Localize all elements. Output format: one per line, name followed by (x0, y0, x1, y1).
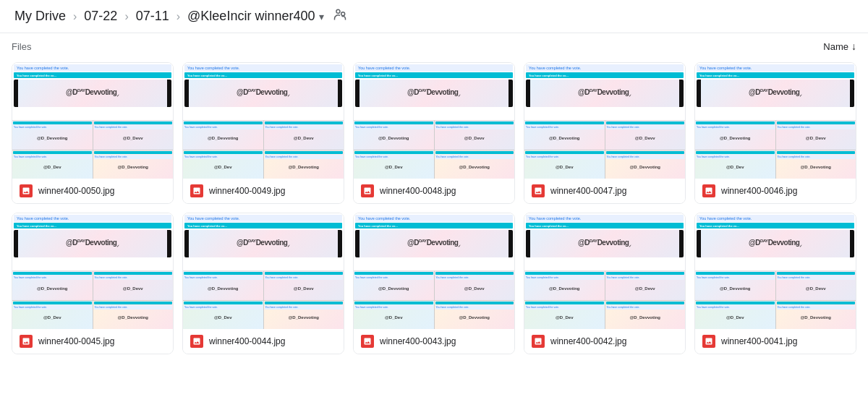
breadcrumb-sep-2: › (124, 10, 128, 23)
file-thumbnail: You have completed the vote.You have com… (524, 63, 685, 179)
file-name: winner400-0042.jpg (550, 336, 626, 346)
breadcrumb-current-label: @KleeIncir winner400 (184, 7, 318, 25)
sort-arrow-icon: ↓ (851, 40, 856, 52)
svg-point-0 (336, 9, 340, 13)
breadcrumb: My Drive › 07-22 › 07-11 › @KleeIncir wi… (0, 0, 868, 33)
file-name: winner400-0049.jpg (209, 186, 285, 196)
file-name: winner400-0044.jpg (209, 336, 285, 346)
file-card[interactable]: You have completed the vote.You have com… (182, 213, 344, 354)
file-card[interactable]: You have completed the vote.You have com… (694, 62, 856, 204)
file-card[interactable]: You have completed the vote.You have com… (182, 62, 344, 204)
file-info: winner400-0044.jpg (183, 329, 344, 354)
file-info: winner400-0042.jpg (524, 329, 685, 354)
file-info: winner400-0050.jpg (12, 179, 173, 203)
file-thumbnail: You have completed the vote.You have com… (354, 63, 514, 179)
file-thumbnail: You have completed the vote.You have com… (183, 63, 344, 179)
file-type-icon (702, 335, 715, 348)
file-type-icon (361, 184, 374, 197)
file-thumbnail: You have completed the vote.You have com… (183, 213, 344, 329)
file-thumbnail: You have completed the vote.You have com… (695, 63, 856, 179)
file-thumbnail: You have completed the vote.You have com… (695, 213, 856, 329)
file-name: winner400-0047.jpg (550, 186, 626, 196)
files-header: Files Name ↓ (0, 33, 868, 56)
file-info: winner400-0043.jpg (354, 329, 514, 354)
file-info: winner400-0046.jpg (695, 179, 856, 203)
file-thumbnail: You have completed the vote.You have com… (524, 213, 685, 329)
file-info: winner400-0048.jpg (354, 179, 514, 203)
shared-folder-icon[interactable] (333, 7, 347, 25)
file-thumbnail: You have completed the vote.You have com… (354, 213, 514, 329)
breadcrumb-sep-3: › (176, 10, 180, 23)
breadcrumb-07-22[interactable]: 07-22 (81, 7, 120, 25)
file-info: winner400-0049.jpg (183, 179, 344, 203)
sort-control[interactable]: Name ↓ (823, 40, 856, 52)
file-card[interactable]: You have completed the vote.You have com… (353, 62, 515, 204)
file-name: winner400-0048.jpg (380, 186, 456, 196)
file-type-icon (20, 335, 33, 348)
sort-label: Name (823, 41, 848, 52)
file-name: winner400-0045.jpg (38, 336, 114, 346)
file-name: winner400-0043.jpg (380, 336, 456, 346)
file-type-icon (702, 184, 715, 197)
file-card[interactable]: You have completed the vote.You have com… (353, 213, 515, 354)
file-thumbnail: You have completed the vote.You have com… (12, 63, 173, 179)
breadcrumb-07-11[interactable]: 07-11 (133, 7, 172, 25)
file-name: winner400-0041.jpg (721, 336, 797, 346)
files-grid: You have completed the vote.You have com… (0, 56, 868, 366)
breadcrumb-current-folder[interactable]: @KleeIncir winner400 ▾ (184, 7, 324, 25)
file-type-icon (190, 335, 203, 348)
file-info: winner400-0041.jpg (695, 329, 856, 354)
file-card[interactable]: You have completed the vote.You have com… (12, 213, 174, 354)
file-thumbnail: You have completed the vote.You have com… (12, 213, 173, 329)
file-type-icon (20, 184, 33, 197)
file-info: winner400-0045.jpg (12, 329, 173, 354)
file-type-icon (361, 335, 374, 348)
breadcrumb-my-drive[interactable]: My Drive (12, 7, 69, 25)
file-type-icon (532, 335, 545, 348)
file-card[interactable]: You have completed the vote.You have com… (524, 213, 686, 354)
dropdown-arrow-icon: ▾ (319, 11, 324, 22)
files-label: Files (12, 41, 31, 52)
file-card[interactable]: You have completed the vote.You have com… (12, 62, 174, 204)
file-name: winner400-0050.jpg (38, 186, 114, 196)
svg-point-1 (341, 12, 345, 16)
file-card[interactable]: You have completed the vote.You have com… (524, 62, 686, 204)
file-card[interactable]: You have completed the vote.You have com… (694, 213, 856, 354)
breadcrumb-sep-1: › (73, 10, 77, 23)
file-info: winner400-0047.jpg (524, 179, 685, 203)
file-name: winner400-0046.jpg (721, 186, 797, 196)
file-type-icon (532, 184, 545, 197)
file-type-icon (190, 184, 203, 197)
